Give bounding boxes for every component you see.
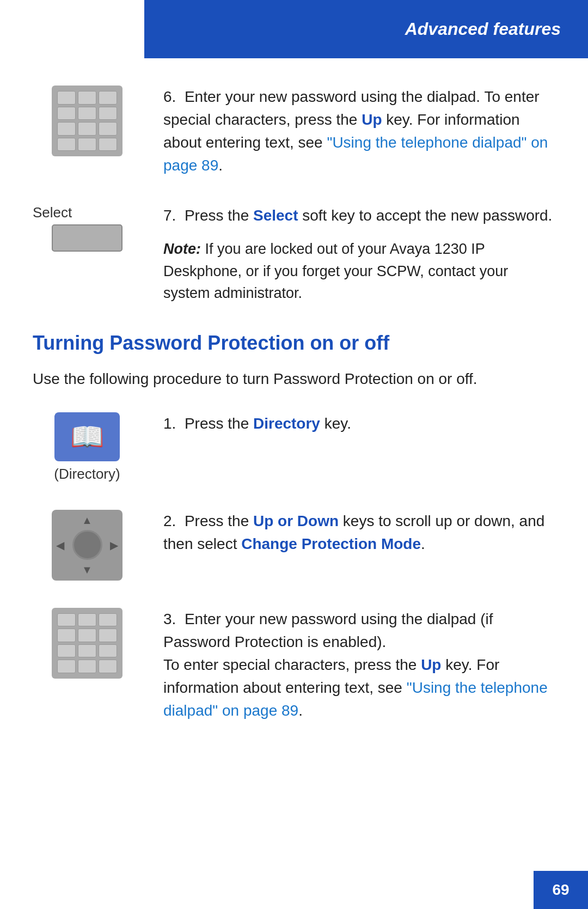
header-bar: Advanced features xyxy=(144,0,588,58)
header-title: Advanced features xyxy=(405,19,561,39)
step-6-image xyxy=(33,86,142,156)
dialpad-key xyxy=(99,660,117,673)
step-b2-number: 2. xyxy=(163,513,185,529)
directory-label: (Directory) xyxy=(54,466,120,483)
section-intro: Use the following procedure to turn Pass… xyxy=(33,368,555,391)
page-footer: 69 xyxy=(534,871,588,909)
select-keyword: Select xyxy=(253,207,298,224)
section-heading: Turning Password Protection on or off xyxy=(33,332,555,355)
step-7-text: 7. Press the Select soft key to accept t… xyxy=(163,204,555,304)
up-keyword-1: Up xyxy=(362,111,382,128)
dialpad-key xyxy=(78,138,96,151)
step-b3-image xyxy=(33,608,142,679)
nav-right-arrow: ▶ xyxy=(110,539,118,552)
dialpad-key xyxy=(99,122,117,136)
step-b2-row: ▲ ▼ ◀ ▶ 2. Press the Up or Down keys to … xyxy=(33,510,555,581)
step-b1-text: 1. Press the Directory key. xyxy=(163,412,555,435)
dialpad-key xyxy=(78,613,96,627)
step-7-main-text: 7. Press the Select soft key to accept t… xyxy=(163,204,555,227)
up-keyword-2: Up xyxy=(421,656,441,673)
step-b2-text: 2. Press the Up or Down keys to scroll u… xyxy=(163,510,555,556)
dialpad-key xyxy=(99,629,117,642)
dialpad-key xyxy=(99,613,117,627)
main-content: 6. Enter your new password using the dia… xyxy=(0,58,588,909)
dialpad-key xyxy=(78,107,96,120)
step-6-row: 6. Enter your new password using the dia… xyxy=(33,86,555,177)
step-b1-row: 📖 (Directory) 1. Press the Directory key… xyxy=(33,412,555,483)
dialpad-key xyxy=(57,644,76,658)
step-b2-image: ▲ ▼ ◀ ▶ xyxy=(33,510,142,581)
dialpad-image-2 xyxy=(52,608,122,679)
dialpad-key xyxy=(78,91,96,105)
dialpad-key xyxy=(57,629,76,642)
step-6-number: 6. xyxy=(163,88,185,105)
step-7-image: Select xyxy=(33,204,142,252)
step-b3-row: 3. Enter your new password using the dia… xyxy=(33,608,555,722)
dialpad-key xyxy=(57,91,76,105)
note-label: Note: xyxy=(163,241,201,257)
step-b1-image: 📖 (Directory) xyxy=(33,412,142,483)
nav-down-arrow: ▼ xyxy=(82,564,93,576)
step-b3-text: 3. Enter your new password using the dia… xyxy=(163,608,555,722)
directory-keyword: Directory xyxy=(253,415,320,432)
dialpad-key xyxy=(57,138,76,151)
dialpad-key xyxy=(57,107,76,120)
step-7-row: Select 7. Press the Select soft key to a… xyxy=(33,204,555,304)
dialpad-link-1[interactable]: "Using the telephone dialpad" on page 89 xyxy=(163,134,548,174)
dialpad-key xyxy=(78,629,96,642)
dialpad-key xyxy=(78,644,96,658)
select-button-image xyxy=(52,224,122,252)
step-7-number: 7. xyxy=(163,207,185,224)
select-label: Select xyxy=(33,204,72,221)
page-number: 69 xyxy=(552,881,569,899)
dialpad-key xyxy=(57,122,76,136)
directory-button-image: 📖 xyxy=(54,412,120,461)
book-icon: 📖 xyxy=(70,421,104,453)
dialpad-key xyxy=(99,91,117,105)
dialpad-key xyxy=(99,107,117,120)
nav-button-image: ▲ ▼ ◀ ▶ xyxy=(52,510,122,581)
dialpad-link-2[interactable]: "Using the telephone dialpad" on page 89 xyxy=(163,679,548,719)
dialpad-key xyxy=(99,644,117,658)
nav-center-button xyxy=(72,530,102,560)
dialpad-key xyxy=(57,660,76,673)
note-block: Note: If you are locked out of your Avay… xyxy=(163,238,555,304)
step-b3-number: 3. xyxy=(163,611,185,627)
change-protection-keyword: Change Protection Mode xyxy=(241,535,421,552)
dialpad-key xyxy=(57,613,76,627)
nav-left-arrow: ◀ xyxy=(56,539,64,552)
dialpad-key xyxy=(78,122,96,136)
step-b1-number: 1. xyxy=(163,415,185,432)
up-or-down-keyword: Up or Down xyxy=(253,513,339,529)
nav-up-arrow: ▲ xyxy=(82,514,93,527)
dialpad-image-1 xyxy=(52,86,122,156)
dialpad-key xyxy=(78,660,96,673)
dialpad-key xyxy=(99,138,117,151)
step-6-text: 6. Enter your new password using the dia… xyxy=(163,86,555,177)
